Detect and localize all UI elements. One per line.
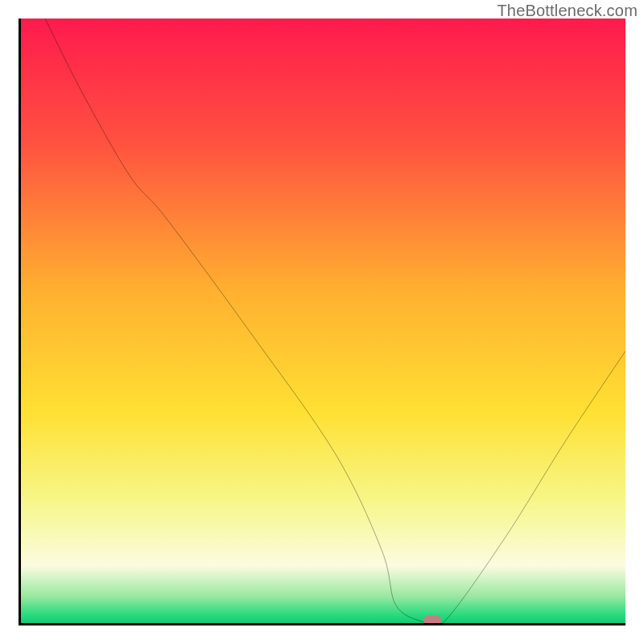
optimal-marker [423, 615, 441, 625]
watermark-text: TheBottleneck.com [497, 2, 638, 20]
chart-canvas: TheBottleneck.com [0, 0, 644, 644]
plot-area [19, 19, 625, 625]
curve-line [21, 19, 625, 623]
